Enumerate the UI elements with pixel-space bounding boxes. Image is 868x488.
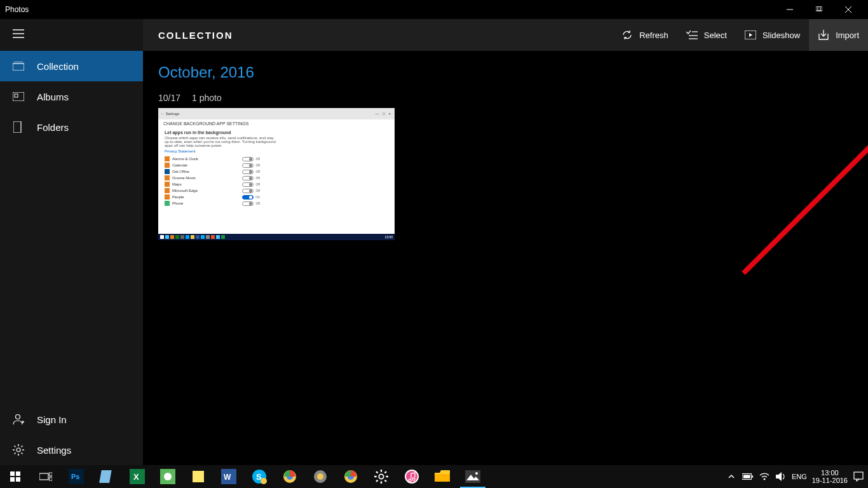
svg-text:Ps: Ps bbox=[71, 473, 79, 480]
minimize-button[interactable] bbox=[775, 0, 804, 19]
tray-chevron-up-icon[interactable] bbox=[726, 471, 737, 482]
taskbar-app-camtasia[interactable] bbox=[153, 465, 183, 488]
language-indicator[interactable]: ENG bbox=[792, 473, 807, 480]
svg-rect-12 bbox=[13, 121, 21, 133]
nav-list: Collection Albums Folders bbox=[0, 51, 143, 404]
person-icon bbox=[11, 414, 25, 425]
slideshow-label: Slideshow bbox=[763, 30, 800, 40]
thumb-app-row: Get OfficeOff bbox=[165, 168, 260, 175]
svg-line-65 bbox=[385, 480, 386, 482]
sidebar: Collection Albums Folders Sign In bbox=[0, 19, 143, 465]
sidebar-item-label: Collection bbox=[37, 61, 79, 72]
gear-icon bbox=[11, 444, 25, 456]
thumb-app-row: PeopleOn bbox=[165, 194, 260, 200]
slideshow-button[interactable]: Slideshow bbox=[736, 19, 809, 51]
start-button[interactable] bbox=[0, 465, 31, 488]
sidebar-item-label: Sign In bbox=[37, 414, 67, 425]
svg-point-52 bbox=[261, 478, 267, 484]
svg-line-21 bbox=[15, 446, 16, 447]
import-label: Import bbox=[836, 30, 859, 40]
thumb-app-row: Alarms & ClockOff bbox=[165, 156, 260, 162]
toolbar: COLLECTION Refresh Select bbox=[143, 19, 868, 51]
window-titlebar: Photos bbox=[0, 0, 868, 19]
sidebar-item-folders[interactable]: Folders bbox=[0, 112, 143, 142]
task-view-button[interactable] bbox=[31, 465, 61, 488]
svg-point-59 bbox=[379, 474, 383, 478]
taskbar-app-word[interactable]: W bbox=[214, 465, 244, 488]
taskbar-app-itunes[interactable] bbox=[397, 465, 427, 488]
content-area: COLLECTION Refresh Select bbox=[143, 19, 868, 465]
sidebar-item-settings[interactable]: Settings bbox=[0, 435, 143, 465]
month-header[interactable]: October, 2016 bbox=[158, 64, 853, 81]
svg-point-13 bbox=[16, 415, 20, 419]
taskbar-app-photos[interactable] bbox=[458, 465, 488, 488]
date-meta: 10/17 1 photo bbox=[158, 93, 853, 103]
thumb-desc: apps off can help conserve power. bbox=[165, 144, 388, 147]
taskbar-app-explorer[interactable] bbox=[427, 465, 458, 488]
sidebar-item-collection[interactable]: Collection bbox=[0, 51, 143, 81]
taskbar-app-chrome2[interactable] bbox=[336, 465, 366, 488]
toolbar-title: COLLECTION bbox=[158, 30, 233, 41]
svg-line-64 bbox=[376, 471, 377, 473]
refresh-button[interactable]: Refresh bbox=[613, 19, 677, 51]
thumb-app-row: CalendarOff bbox=[165, 162, 260, 168]
close-button[interactable] bbox=[834, 0, 863, 19]
volume-icon[interactable] bbox=[775, 471, 787, 482]
svg-rect-35 bbox=[10, 477, 15, 482]
photo-thumbnail[interactable]: ← Settings— □ × CHANGE BACKGROUND APP SE… bbox=[158, 108, 395, 240]
date-label: 10/17 bbox=[158, 93, 180, 103]
svg-rect-79 bbox=[854, 472, 863, 479]
svg-line-67 bbox=[376, 480, 377, 482]
albums-icon bbox=[11, 92, 25, 101]
svg-rect-71 bbox=[465, 470, 480, 483]
svg-rect-76 bbox=[743, 475, 750, 478]
taskbar-app-notepad[interactable] bbox=[92, 465, 122, 488]
taskbar-app-chrome[interactable] bbox=[275, 465, 305, 488]
taskbar-app-chrome-canary[interactable] bbox=[305, 465, 336, 488]
svg-rect-33 bbox=[10, 471, 15, 476]
sidebar-item-label: Albums bbox=[37, 92, 69, 102]
sidebar-item-albums[interactable]: Albums bbox=[0, 81, 143, 112]
maximize-button[interactable] bbox=[804, 0, 834, 19]
clock[interactable]: 13:00 19-11-2016 bbox=[812, 469, 848, 484]
collection-body: October, 2016 10/17 1 photo ← Settings— … bbox=[143, 51, 868, 253]
action-center-icon[interactable] bbox=[853, 471, 864, 482]
taskbar-app-settings[interactable] bbox=[366, 465, 397, 488]
wifi-icon[interactable] bbox=[759, 471, 770, 482]
refresh-label: Refresh bbox=[639, 30, 668, 40]
svg-line-24 bbox=[15, 453, 16, 454]
svg-point-46 bbox=[164, 473, 172, 480]
svg-line-23 bbox=[22, 446, 23, 447]
svg-text:W: W bbox=[224, 473, 231, 482]
svg-rect-47 bbox=[193, 471, 204, 482]
import-button[interactable]: Import bbox=[809, 19, 868, 51]
taskbar-app-sticky-notes[interactable] bbox=[183, 465, 214, 488]
taskbar-app-excel[interactable]: X bbox=[122, 465, 153, 488]
toolbar-actions: Refresh Select Slideshow bbox=[613, 19, 868, 51]
svg-rect-70 bbox=[435, 474, 450, 482]
windows-taskbar: Ps X W S ENG 13:00 19-11-2016 bbox=[0, 465, 868, 488]
date-label: 19-11-2016 bbox=[812, 477, 848, 484]
thumbnail-grid: ← Settings— □ × CHANGE BACKGROUND APP SE… bbox=[158, 108, 853, 240]
taskbar-app-photoshop[interactable]: Ps bbox=[61, 465, 92, 488]
thumb-app-row: PhoneOff bbox=[165, 200, 260, 207]
svg-rect-37 bbox=[39, 473, 48, 480]
thumb-header: CHANGE BACKGROUND APP SETTINGS bbox=[158, 119, 395, 128]
import-icon bbox=[818, 30, 829, 40]
svg-rect-39 bbox=[50, 477, 52, 481]
svg-point-16 bbox=[17, 448, 20, 452]
svg-rect-34 bbox=[16, 471, 20, 476]
time-label: 13:00 bbox=[812, 469, 848, 477]
sidebar-item-signin[interactable]: Sign In bbox=[0, 404, 143, 435]
svg-point-69 bbox=[406, 471, 417, 482]
hamburger-icon[interactable] bbox=[13, 28, 24, 42]
svg-rect-42 bbox=[99, 470, 112, 483]
sidebar-item-label: Folders bbox=[37, 122, 69, 133]
battery-icon[interactable] bbox=[742, 471, 754, 482]
thumb-app-row: MapsOff bbox=[165, 181, 260, 187]
select-button[interactable]: Select bbox=[677, 19, 736, 51]
window-controls bbox=[775, 0, 863, 19]
refresh-icon bbox=[621, 29, 633, 41]
taskbar-app-skype[interactable]: S bbox=[244, 465, 275, 488]
svg-point-56 bbox=[317, 473, 323, 480]
